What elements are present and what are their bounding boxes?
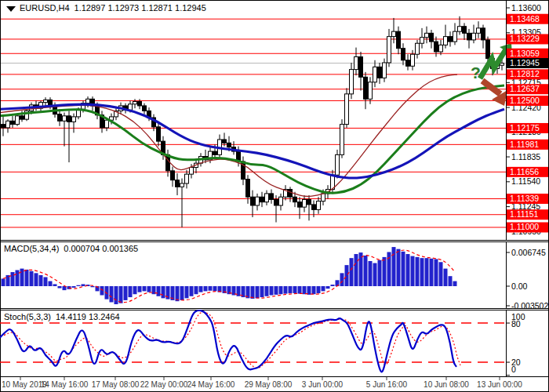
- svg-text:14 May 16:00: 14 May 16:00: [41, 380, 89, 389]
- question-mark-label: ?: [471, 64, 481, 82]
- ohlc-values: 1.12897 1.12973 1.12871 1.12945: [75, 3, 206, 13]
- svg-text:24 May 16:00: 24 May 16:00: [187, 380, 235, 389]
- svg-text:80: 80: [511, 319, 521, 328]
- stoch-header: Stoch(5,3,3)14.4119 13.2464: [4, 312, 120, 321]
- svg-text:1.11835: 1.11835: [511, 152, 540, 162]
- svg-text:0: 0: [511, 365, 516, 374]
- svg-text:1.11540: 1.11540: [511, 176, 540, 186]
- svg-text:0.006745: 0.006745: [511, 248, 546, 257]
- svg-text:3 Jun 00:00: 3 Jun 00:00: [302, 380, 344, 389]
- svg-text:1.13229: 1.13229: [510, 34, 540, 43]
- svg-text:1.11656: 1.11656: [510, 167, 539, 176]
- svg-text:1.12812: 1.12812: [510, 69, 540, 78]
- svg-text:-0.003502: -0.003502: [511, 301, 548, 310]
- svg-text:1.13059: 1.13059: [510, 49, 540, 58]
- svg-text:1.11981: 1.11981: [510, 140, 539, 149]
- trading-chart-window: EURUSD,H41.12897 1.12973 1.12871 1.12945…: [0, 0, 549, 392]
- macd-label: MACD(5,34,4): [4, 244, 59, 253]
- symbol-dropdown-icon[interactable]: [6, 6, 16, 12]
- svg-text:5 Jun 16:00: 5 Jun 16:00: [366, 380, 408, 389]
- svg-text:1.11339: 1.11339: [510, 194, 539, 203]
- svg-text:0.00: 0.00: [511, 281, 528, 291]
- svg-text:1.12637: 1.12637: [510, 84, 540, 93]
- chart-canvas[interactable]: ?1.136001.133051.127151.124201.121301.11…: [0, 0, 549, 392]
- svg-text:1.12945: 1.12945: [510, 58, 540, 67]
- stoch-label: Stoch(5,3,3): [4, 312, 51, 321]
- svg-text:17 May 08:00: 17 May 08:00: [92, 380, 140, 389]
- svg-text:10 Jun 08:00: 10 Jun 08:00: [424, 380, 469, 389]
- svg-text:13 Jun 00:00: 13 Jun 00:00: [477, 380, 522, 389]
- chart-title: EURUSD,H41.12897 1.12973 1.12871 1.12945: [20, 3, 206, 13]
- macd-values: 0.000704 0.001365: [64, 244, 138, 253]
- svg-text:1.12175: 1.12175: [510, 123, 540, 132]
- svg-text:29 May 08:00: 29 May 08:00: [245, 380, 293, 389]
- svg-text:22 May 00:00: 22 May 00:00: [140, 380, 188, 389]
- svg-text:1.11000: 1.11000: [510, 222, 539, 231]
- svg-text:1.13600: 1.13600: [511, 3, 541, 13]
- svg-text:1.12500: 1.12500: [510, 96, 540, 105]
- macd-header: MACD(5,34,4)0.000704 0.001365: [4, 244, 138, 253]
- svg-text:1.13468: 1.13468: [510, 14, 540, 24]
- svg-text:1.11151: 1.11151: [510, 209, 539, 219]
- stoch-values: 14.4119 13.2464: [56, 312, 120, 321]
- symbol-label: EURUSD,H4: [20, 3, 70, 13]
